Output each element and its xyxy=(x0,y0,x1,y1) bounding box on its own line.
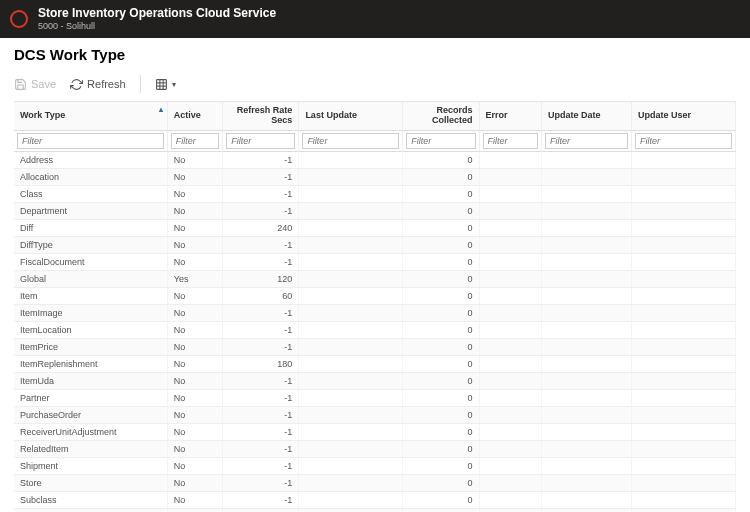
filter-records[interactable] xyxy=(406,133,475,149)
table-row[interactable]: DiffTypeNo-10 xyxy=(14,236,736,253)
save-label: Save xyxy=(31,78,56,90)
header-row: Work Type▴ Active Refresh Rate Secs Last… xyxy=(14,102,736,130)
col-active[interactable]: Active xyxy=(167,102,222,130)
cell-active: No xyxy=(167,168,222,185)
page-title: DCS Work Type xyxy=(14,46,736,63)
cell-last-update xyxy=(299,389,403,406)
cell-active: No xyxy=(167,440,222,457)
cell-work-type: ItemLocation xyxy=(14,321,167,338)
table-row[interactable]: ShipmentNo-10 xyxy=(14,457,736,474)
cell-update-user xyxy=(631,423,735,440)
table-row[interactable]: ItemNo600 xyxy=(14,287,736,304)
cell-update-user xyxy=(631,151,735,168)
cell-last-update xyxy=(299,202,403,219)
cell-work-type: RelatedItem xyxy=(14,440,167,457)
cell-refresh-rate: -1 xyxy=(223,440,299,457)
col-update-user[interactable]: Update User xyxy=(631,102,735,130)
table-row[interactable]: GlobalYes1200 xyxy=(14,270,736,287)
cell-error xyxy=(479,491,541,508)
cell-records: 0 xyxy=(403,287,479,304)
cell-error xyxy=(479,304,541,321)
cell-refresh-rate: -1 xyxy=(223,321,299,338)
refresh-button[interactable]: Refresh xyxy=(70,78,126,91)
cell-update-date xyxy=(541,185,631,202)
cell-work-type: Allocation xyxy=(14,168,167,185)
table-row[interactable]: ItemLocationNo-10 xyxy=(14,321,736,338)
cell-records: 0 xyxy=(403,270,479,287)
cell-refresh-rate: -1 xyxy=(223,185,299,202)
cell-last-update xyxy=(299,287,403,304)
table-row[interactable]: StoreNo-10 xyxy=(14,474,736,491)
cell-update-user xyxy=(631,338,735,355)
cell-records: 0 xyxy=(403,168,479,185)
cell-work-type: Shipment xyxy=(14,457,167,474)
col-last-update[interactable]: Last Update xyxy=(299,102,403,130)
cell-refresh-rate: -1 xyxy=(223,372,299,389)
table-row[interactable]: PurchaseOrderNo-10 xyxy=(14,406,736,423)
cell-error xyxy=(479,253,541,270)
cell-active: No xyxy=(167,185,222,202)
table-row[interactable]: RelatedItemNo-10 xyxy=(14,440,736,457)
cell-active: No xyxy=(167,151,222,168)
cell-records: 0 xyxy=(403,355,479,372)
table-row[interactable]: DiffNo2400 xyxy=(14,219,736,236)
col-work-type[interactable]: Work Type▴ xyxy=(14,102,167,130)
filter-active[interactable] xyxy=(171,133,219,149)
cell-update-date xyxy=(541,151,631,168)
filter-refresh-rate[interactable] xyxy=(226,133,295,149)
cell-refresh-rate: 60 xyxy=(223,287,299,304)
cell-error xyxy=(479,270,541,287)
filter-last-update[interactable] xyxy=(302,133,399,149)
cell-refresh-rate: 120 xyxy=(223,270,299,287)
cell-active: No xyxy=(167,372,222,389)
cell-active: Yes xyxy=(167,270,222,287)
cell-update-date xyxy=(541,304,631,321)
col-update-date[interactable]: Update Date xyxy=(541,102,631,130)
col-refresh-rate[interactable]: Refresh Rate Secs xyxy=(223,102,299,130)
col-records[interactable]: Records Collected xyxy=(403,102,479,130)
table-row[interactable]: AddressNo-10 xyxy=(14,151,736,168)
cell-error xyxy=(479,508,541,512)
cell-records: 0 xyxy=(403,508,479,512)
col-error[interactable]: Error xyxy=(479,102,541,130)
table-row[interactable]: ItemReplenishmentNo1800 xyxy=(14,355,736,372)
save-button[interactable]: Save xyxy=(14,78,56,91)
data-grid[interactable]: Work Type▴ Active Refresh Rate Secs Last… xyxy=(14,101,736,512)
cell-last-update xyxy=(299,168,403,185)
cell-active: No xyxy=(167,474,222,491)
cell-active: No xyxy=(167,321,222,338)
cell-refresh-rate: -1 xyxy=(223,236,299,253)
table-row[interactable]: ItemImageNo-10 xyxy=(14,304,736,321)
filter-error[interactable] xyxy=(483,133,538,149)
cell-work-type: DiffType xyxy=(14,236,167,253)
table-row[interactable]: SupplierNo-10 xyxy=(14,508,736,512)
cell-active: No xyxy=(167,202,222,219)
cell-work-type: ItemPrice xyxy=(14,338,167,355)
cell-records: 0 xyxy=(403,440,479,457)
table-row[interactable]: DepartmentNo-10 xyxy=(14,202,736,219)
table-row[interactable]: ItemPriceNo-10 xyxy=(14,338,736,355)
filter-update-user[interactable] xyxy=(635,133,732,149)
table-row[interactable]: ClassNo-10 xyxy=(14,185,736,202)
cell-update-date xyxy=(541,406,631,423)
cell-last-update xyxy=(299,151,403,168)
cell-update-date xyxy=(541,202,631,219)
cell-work-type: Supplier xyxy=(14,508,167,512)
table-row[interactable]: ItemUdaNo-10 xyxy=(14,372,736,389)
cell-last-update xyxy=(299,423,403,440)
filter-work-type[interactable] xyxy=(17,133,164,149)
refresh-label: Refresh xyxy=(87,78,126,90)
cell-records: 0 xyxy=(403,474,479,491)
cell-refresh-rate: -1 xyxy=(223,304,299,321)
table-row[interactable]: PartnerNo-10 xyxy=(14,389,736,406)
table-row[interactable]: AllocationNo-10 xyxy=(14,168,736,185)
table-row[interactable]: SubclassNo-10 xyxy=(14,491,736,508)
table-row[interactable]: ReceiverUnitAdjustmentNo-10 xyxy=(14,423,736,440)
app-subtitle: 5000 - Solihull xyxy=(38,21,276,31)
table-row[interactable]: FiscalDocumentNo-10 xyxy=(14,253,736,270)
cell-error xyxy=(479,372,541,389)
cell-active: No xyxy=(167,508,222,512)
cell-error xyxy=(479,440,541,457)
table-view-button[interactable]: ▾ xyxy=(155,78,176,91)
filter-update-date[interactable] xyxy=(545,133,628,149)
